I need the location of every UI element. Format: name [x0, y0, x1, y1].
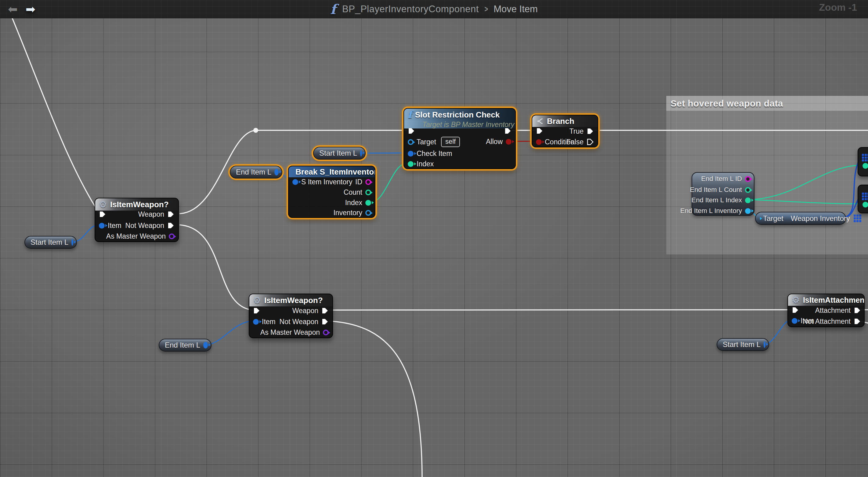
output-pin[interactable] — [360, 150, 362, 157]
branch-icon — [536, 117, 544, 125]
item-pin[interactable] — [99, 223, 105, 229]
pin-label-weapon: Weapon — [292, 307, 318, 315]
node-isitemweapon-1[interactable]: ⚙ IsItemWeapon? Weapon Item Not Weapon A… — [95, 198, 179, 242]
node-weapon-inventory[interactable]: Target Weapon Inventory — [755, 212, 846, 225]
target-pin[interactable] — [408, 139, 413, 145]
check-item-pin[interactable] — [408, 151, 413, 157]
pin-label-count: Count — [344, 188, 362, 196]
edge-node-bottom[interactable] — [858, 185, 868, 213]
exec-in-pin[interactable] — [99, 211, 106, 218]
pin-label-as-master-weapon: As Master Weapon — [106, 232, 166, 241]
exec-in-pin[interactable] — [536, 127, 543, 135]
breadcrumb: f BP_PlayerInventoryComponent > Move Ite… — [0, 0, 868, 18]
allow-pin[interactable] — [506, 139, 512, 145]
id-pin[interactable] — [365, 179, 371, 185]
int-input-pin[interactable] — [863, 163, 868, 169]
breadcrumb-root[interactable]: BP_PlayerInventoryComponent — [342, 4, 479, 14]
node-isitemattachment[interactable]: ⚙ IsItemAttachment? Attachment Item Not … — [787, 294, 865, 327]
edge-node-top[interactable] — [858, 147, 868, 177]
pill-end-item-l-selected[interactable]: End Item L — [230, 166, 282, 179]
pin-label-not-weapon: Not Weapon — [125, 222, 164, 230]
exec-out-pin[interactable] — [504, 127, 512, 135]
chevron-right-icon: > — [484, 4, 488, 14]
pin-label-end-item-index: End Item L Index — [691, 196, 742, 204]
exec-out-true-pin[interactable] — [587, 128, 594, 135]
node-subtitle: Target is BP Master Inventory Component — [423, 121, 515, 128]
exec-in-pin[interactable] — [792, 307, 799, 314]
function-f-icon: f — [330, 2, 336, 17]
gear-icon: ⚙ — [99, 200, 107, 209]
function-f-icon: f — [408, 109, 412, 121]
node-title: Slot Restriction Check — [415, 110, 500, 120]
node-slot-restriction-check[interactable]: f Slot Restriction Check Target is BP Ma… — [403, 108, 516, 169]
item-pin[interactable] — [253, 319, 259, 325]
exec-in-pin[interactable] — [253, 307, 260, 314]
pin-label-index: Index — [345, 199, 362, 207]
int-input-pin[interactable] — [863, 202, 868, 208]
condition-pin[interactable] — [536, 139, 542, 145]
blueprint-editor: Set hovered weapon data — [0, 0, 868, 477]
end-item-inventory-pin[interactable] — [745, 208, 751, 214]
node-end-item-outputs[interactable]: End Item L ID End Item L Count End Item … — [691, 172, 754, 216]
self-value-box[interactable]: self — [441, 137, 460, 147]
exec-out-notweapon-pin[interactable] — [167, 222, 175, 229]
breadcrumb-leaf[interactable]: Move Item — [494, 4, 538, 14]
pin-label-false: False — [566, 138, 584, 146]
array-grid-icon[interactable] — [862, 154, 868, 161]
as-master-weapon-pin[interactable] — [169, 233, 175, 239]
output-pin[interactable] — [274, 169, 279, 176]
pill-start-item-l-1[interactable]: Start Item L — [24, 236, 77, 249]
pin-label-attachment: Attachment — [815, 307, 850, 315]
pin-label-end-item-id: End Item L ID — [701, 175, 742, 183]
graph-title-bar: ⬅ ➡ f BP_PlayerInventoryComponent > Move… — [0, 0, 868, 18]
pin-label-check-item: Check Item — [416, 150, 452, 158]
end-item-id-pin[interactable] — [745, 176, 751, 182]
output-pin[interactable] — [71, 239, 73, 246]
pill-start-item-l-selected[interactable]: Start Item L — [313, 147, 366, 160]
pin-label-allow: Allow — [486, 138, 503, 146]
index-pin[interactable] — [408, 161, 413, 167]
node-branch[interactable]: Branch True Condition False — [532, 115, 598, 148]
as-master-weapon-pin[interactable] — [323, 329, 329, 336]
pin-label-target: Target — [416, 138, 436, 146]
pill-end-item-l-2[interactable]: End Item L — [159, 339, 212, 352]
exec-out-notweapon-pin[interactable] — [321, 318, 329, 325]
node-isitemweapon-2[interactable]: ⚙ IsItemWeapon? Weapon Item Not Weapon A… — [249, 294, 333, 338]
exec-out-notattachment-pin[interactable] — [854, 318, 861, 325]
index-pin[interactable] — [365, 200, 371, 206]
end-item-index-pin[interactable] — [745, 197, 751, 203]
node-title: IsItemWeapon? — [110, 200, 169, 209]
exec-out-weapon-pin[interactable] — [321, 307, 329, 314]
count-pin[interactable] — [365, 190, 371, 195]
array-grid-icon[interactable] — [862, 193, 868, 200]
pin-label-item: Item — [262, 318, 276, 326]
pin-label-item: Item — [108, 222, 121, 230]
gear-icon: ⚙ — [792, 295, 800, 305]
output-pin[interactable] — [203, 342, 208, 349]
pin-label-inventory: Inventory — [333, 209, 362, 217]
pill-label: End Item L — [236, 168, 271, 177]
pill-label: Start Item L — [723, 340, 761, 349]
pill-label: Start Item L — [319, 149, 357, 157]
pill-start-item-l-2[interactable]: Start Item L — [717, 338, 769, 351]
pill-label: Start Item L — [31, 238, 68, 247]
pin-label-end-item-inventory: End Item L Inventory — [680, 207, 742, 215]
pin-label-s-item-inventory: S Item Inventory — [301, 178, 352, 186]
node-title: Branch — [547, 117, 575, 126]
exec-in-pin[interactable] — [408, 127, 415, 135]
item-pin[interactable] — [792, 318, 798, 324]
node-title: IsItemAttachment? — [803, 296, 864, 305]
pin-label-not-attachment: Not Attachment — [803, 317, 850, 326]
node-break-s-iteminventory[interactable]: Break S_ItemInventory S Item Inventory I… — [288, 166, 375, 218]
exec-out-weapon-pin[interactable] — [167, 211, 175, 218]
exec-out-attachment-pin[interactable] — [854, 307, 861, 314]
exec-out-false-pin[interactable] — [587, 138, 594, 146]
s-item-inventory-pin[interactable] — [292, 179, 298, 185]
array-grid-icon[interactable] — [854, 215, 861, 222]
output-pin[interactable] — [764, 341, 766, 348]
end-item-count-pin[interactable] — [745, 187, 751, 193]
comment-header[interactable]: Set hovered weapon data — [666, 96, 868, 111]
inventory-pin[interactable] — [365, 210, 371, 216]
pill-label: End Item L — [165, 341, 200, 349]
node-title: Break S_ItemInventory — [296, 167, 375, 177]
